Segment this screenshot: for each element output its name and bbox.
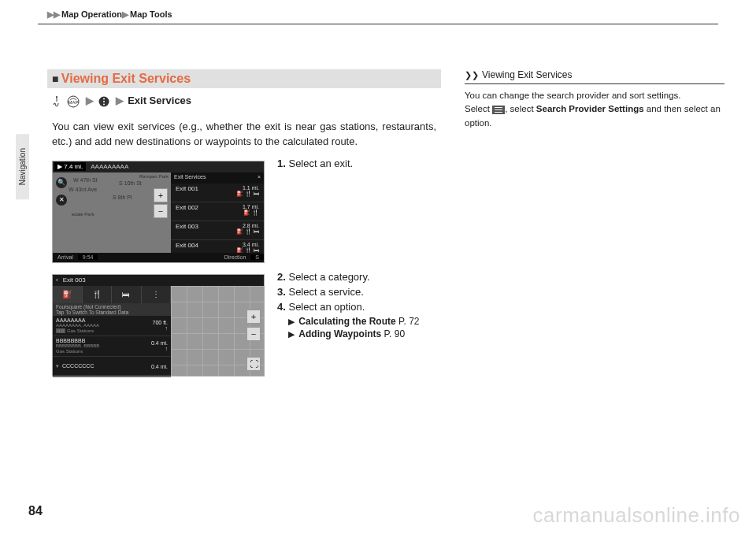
sidebar-bold: Search Provider Settings	[536, 104, 644, 113]
breadcrumb-arrow-icon: ▶	[122, 9, 128, 19]
service-name: CCCCCCCC	[62, 363, 94, 369]
street-label: S 10th St	[119, 180, 142, 186]
list-title: Exit Services	[174, 174, 206, 182]
map-panel: + − ⛶	[171, 286, 264, 376]
exit-name: Exit 002	[176, 204, 198, 219]
ref-arrow-icon: ▶	[288, 329, 295, 339]
back-icon[interactable]: ‹	[56, 276, 58, 284]
arrival-time: 9:54	[78, 254, 98, 260]
navigation-path: MAP ▶ ▶ Exit Services	[47, 93, 441, 116]
street-label: W 43rd Ave	[69, 187, 97, 192]
category-food-icon[interactable]: 🍴	[83, 286, 113, 303]
street-label: W 47th St	[73, 177, 98, 183]
service-dist: 0.4 mi.	[151, 364, 168, 369]
arrival-label: Arrival	[53, 254, 78, 260]
search-icon[interactable]: 🔍	[56, 177, 67, 188]
sidebar-line2b: , select	[505, 104, 536, 113]
sidebar-title: Viewing Exit Services	[482, 69, 573, 80]
figure2-row: ‹ Exit 003 ⛽ 🍴 🛏 ⋮ Foursquare (Not Conne…	[47, 271, 441, 384]
step-number: 1.	[277, 158, 286, 169]
service-row[interactable]: AAAAAAAAAAAAAAAA, AAAAA4.0 Gas Stations …	[53, 316, 171, 336]
street-label: S 8th Pl	[113, 195, 132, 200]
svg-point-6	[103, 103, 105, 105]
provider-note[interactable]: Foursquare (Not Connected) Tap To Switch…	[53, 303, 171, 316]
svg-text:MAP: MAP	[68, 100, 78, 105]
map-panel: W 47th St W 43rd Ave S 10th St S 8th Pl …	[53, 172, 171, 253]
step-text: Select an option.	[288, 301, 365, 313]
exit-icons: ⛽ 🍴 🛏	[236, 228, 259, 235]
close-icon[interactable]: ✕	[56, 195, 67, 206]
panel-title: Exit 003	[63, 276, 86, 284]
breadcrumb-a: Map Operation	[61, 9, 122, 19]
zoom-out-button[interactable]: −	[246, 327, 261, 341]
sidebar-line2a: Select	[465, 104, 492, 113]
category-lodging-icon[interactable]: 🛏	[112, 286, 142, 303]
zoom-out-button[interactable]: −	[154, 204, 168, 218]
body-text: You can view exit services (e.g., whethe…	[47, 116, 441, 158]
step-number: 4.	[277, 301, 286, 313]
map-button-icon: MAP	[66, 95, 80, 108]
path-separator-icon: ▶	[86, 95, 94, 106]
fullscreen-icon[interactable]: ⛶	[246, 357, 261, 371]
rating-badge: 4.0	[56, 328, 65, 333]
ref-page: P. 90	[384, 328, 405, 339]
dir-arrow-icon: ↑	[153, 325, 168, 331]
foursquare-label: Foursquare (Not Connected)	[56, 304, 168, 310]
sidebar-body: You can change the search provider and s…	[465, 89, 724, 130]
exit-distance: 2.8 mi.	[236, 223, 259, 228]
svg-point-4	[103, 98, 105, 99]
touch-icon	[52, 95, 61, 108]
svg-point-5	[103, 101, 105, 102]
divider	[38, 24, 718, 24]
breadcrumb: ▶▶Map Operation▶Map Tools	[47, 9, 172, 20]
close-icon[interactable]: ×	[258, 174, 261, 182]
side-tab-navigation: Navigation	[16, 134, 29, 199]
ref-title: Calculating the Route	[298, 316, 395, 327]
service-list: AAAAAAAAAAAAAAAA, AAAAA4.0 Gas Stations …	[53, 316, 171, 376]
service-cat: Gas Stations	[56, 349, 83, 354]
exit-name: Exit 001	[176, 185, 198, 200]
exit-row[interactable]: Exit 0011.1 mi.⛽ 🍴 🛏	[171, 184, 264, 202]
page-number: 84	[28, 504, 43, 518]
zoom-in-button[interactable]: +	[154, 188, 168, 202]
service-row[interactable]: ▾CCCCCCCC 0.4 mi.	[53, 357, 171, 377]
category-gas-icon[interactable]: ⛽	[53, 286, 83, 303]
main-content: ■ Viewing Exit Services MAP ▶ ▶ Exit Ser…	[47, 69, 441, 384]
path-separator-icon: ▶	[116, 95, 124, 106]
exit-row[interactable]: Exit 0032.8 mi.⛽ 🍴 🛏	[171, 221, 264, 240]
exit-list-panel: Exit Services × Exit 0011.1 mi.⛽ 🍴 🛏 Exi…	[171, 172, 264, 253]
figure1-row: ▶ 7.4 mi. AAAAAAAAA W 47th St W 43rd Ave…	[47, 158, 441, 271]
service-cat: Gas Stations	[67, 328, 94, 333]
zoom-controls: + −	[154, 188, 168, 220]
step-number: 2.	[277, 271, 286, 283]
step-text: Select a service.	[288, 286, 363, 298]
sidebar-line1: You can change the search provider and s…	[465, 91, 680, 100]
ref-page: P. 72	[398, 316, 419, 327]
watermark: carmanualsonline.info	[533, 503, 740, 528]
menu-dots-icon	[98, 96, 109, 107]
exit-row[interactable]: Exit 0021.7 mi.⛽ 🍴	[171, 202, 264, 221]
service-row[interactable]: BBBBBBBBBBBBBBBB, BBBBBGas Stations 0.4 …	[53, 336, 171, 357]
step-text: Select a category.	[288, 271, 369, 283]
category-more-icon[interactable]: ⋮	[142, 286, 172, 303]
breadcrumb-arrow-icon: ▶▶	[47, 9, 60, 19]
steps-block-2: 2. Select a category. 3. Select a servic…	[277, 271, 435, 339]
square-bullet-icon: ■	[52, 72, 58, 85]
list-header: Exit Services ×	[171, 172, 264, 184]
zoom-in-button[interactable]: +	[246, 310, 261, 324]
ref-title: Adding Waypoints	[298, 328, 381, 339]
breadcrumb-b: Map Tools	[130, 9, 172, 19]
path-target: Exit Services	[128, 95, 191, 106]
category-tabs: ⛽ 🍴 🛏 ⋮	[53, 286, 171, 303]
service-sub: AAAAAAAA, AAAAA	[56, 323, 99, 328]
exit-icons: ⛽ 🍴 🛏	[236, 191, 259, 197]
svg-point-0	[56, 96, 57, 98]
section-header: ■ Viewing Exit Services	[47, 69, 441, 88]
step-number: 3.	[277, 286, 286, 298]
direction-value: S	[250, 254, 264, 260]
service-dist: 700 ft.	[153, 320, 168, 325]
service-sub: BBBBBBBB, BBBBB	[56, 343, 99, 348]
exit-name: Exit 003	[176, 223, 198, 238]
service-dist: 0.4 mi.	[151, 340, 168, 346]
exit-distance: 1.1 mi.	[236, 185, 259, 191]
